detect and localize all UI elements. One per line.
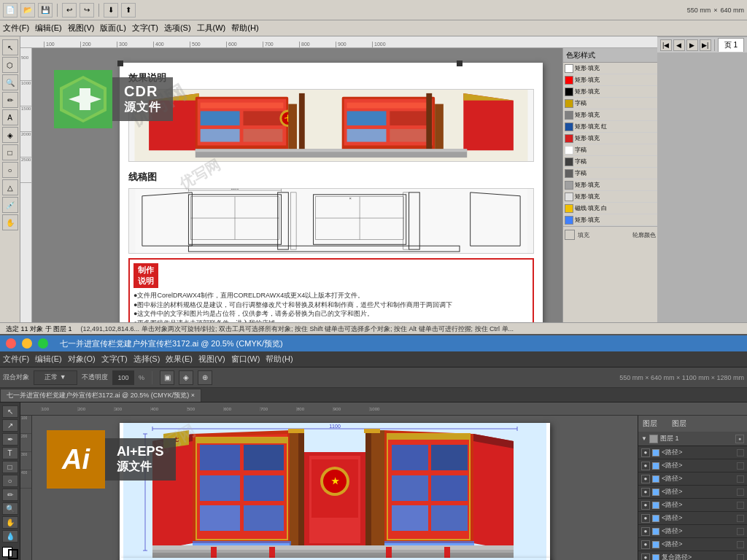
eyedrop-tool[interactable]: 💉 <box>2 197 18 213</box>
text-tool[interactable]: A <box>2 109 18 125</box>
close-button[interactable] <box>6 338 16 349</box>
layer-eye-5[interactable]: ● <box>641 501 650 510</box>
menu-options[interactable]: 选项(S) <box>164 23 191 34</box>
layer-visibility-eye[interactable]: ● <box>735 435 744 443</box>
page-tab-1[interactable]: 页 1 <box>718 38 744 52</box>
ai-doc-tab[interactable]: 七一并进宣传栏党建户外宣传栏3172.ai @ 20.5% (CMYK/预览) … <box>0 389 201 402</box>
poly-tool[interactable]: △ <box>2 179 18 195</box>
layer-lock-9[interactable] <box>737 554 744 561</box>
ai-menu-object[interactable]: 对象(O) <box>68 354 96 365</box>
ai-menu-window[interactable]: 窗口(W) <box>231 354 260 365</box>
first-page-btn[interactable]: |◀ <box>660 39 672 51</box>
ai-menu-help[interactable]: 帮助(H) <box>266 354 293 365</box>
menu-layout[interactable]: 版面(L) <box>100 23 125 34</box>
ai-menu-edit[interactable]: 编辑(E) <box>35 354 62 365</box>
layer-lock-5[interactable] <box>737 502 744 509</box>
ai-main-canvas[interactable]: Ai AI+EPS 源文件 优写网 <box>32 416 638 560</box>
layer-eye-6[interactable]: ● <box>641 514 650 523</box>
menu-text[interactable]: 文字(T) <box>132 23 158 34</box>
layer-item-4: ● <路径> <box>638 486 747 499</box>
ai-zoom-tool[interactable]: 🔍 <box>2 502 18 515</box>
zoom-tool[interactable]: 🔍 <box>2 74 18 90</box>
ai-menu-select[interactable]: 选择(S) <box>133 354 160 365</box>
ai-menubar: 文件(F) 编辑(E) 对象(O) 文字(T) 选择(S) 效果(E) 视图(V… <box>0 351 747 368</box>
svg-rect-106 <box>193 541 291 545</box>
layer-lock-2[interactable] <box>737 462 744 470</box>
opacity-input[interactable]: 100 <box>112 370 134 385</box>
tool-icon-1[interactable]: ▣ <box>160 370 174 385</box>
export-icon[interactable]: ⬆ <box>121 3 136 18</box>
layer-lock-8[interactable] <box>737 541 744 548</box>
layer-lock-7[interactable] <box>737 528 744 535</box>
swatch-row-13: 磁线·填充 白 <box>563 203 657 214</box>
swatch-row-14: 矩形·填充 <box>563 214 657 226</box>
swatch-white2 <box>565 146 573 155</box>
ai-brush-tool[interactable]: ✏ <box>2 489 18 501</box>
tool-icon-3[interactable]: ⊕ <box>198 370 212 385</box>
swatch-row-2: 矩形·填充 <box>563 74 657 86</box>
ai-select-tool[interactable]: ↖ <box>2 405 18 418</box>
menu-help[interactable]: 帮助(H) <box>231 23 258 34</box>
ai-hand-tool[interactable]: ✋ <box>2 516 18 529</box>
ai-menu-effect[interactable]: 效果(E) <box>166 354 193 365</box>
ai-ellipse-tool[interactable]: ○ <box>2 475 18 487</box>
blend-mode-select[interactable]: 正常 ▼ <box>34 370 77 385</box>
import-icon[interactable]: ⬇ <box>104 3 118 18</box>
minimize-button[interactable] <box>22 338 32 349</box>
tool-icon-2[interactable]: ◈ <box>179 370 193 385</box>
hand-tool[interactable]: ✋ <box>2 214 18 230</box>
cdr-label-text: CDR 源文件 <box>112 77 173 121</box>
swatch-label-3: 矩形·填充 <box>575 88 600 96</box>
ai-menu-file[interactable]: 文件(F) <box>3 354 29 365</box>
prev-page-btn[interactable]: ◀ <box>673 39 685 51</box>
doc-section-effect: 效果说明 <box>120 63 543 171</box>
layer-eye-2[interactable]: ● <box>641 462 650 470</box>
menu-tools[interactable]: 工具(W) <box>197 23 226 34</box>
next-page-btn[interactable]: ▶ <box>686 39 698 51</box>
undo-icon[interactable]: ↩ <box>62 3 77 18</box>
ai-pen-tool[interactable]: ✒ <box>2 433 18 446</box>
layer-eye-4[interactable]: ● <box>641 488 650 497</box>
menu-edit[interactable]: 编辑(E) <box>35 23 62 34</box>
layer-eye-3[interactable]: ● <box>641 475 650 483</box>
maximize-button[interactable] <box>38 338 48 349</box>
layers-tab[interactable]: 图层 <box>643 419 657 429</box>
cdr-icon <box>54 70 112 128</box>
layer-lock-6[interactable] <box>737 515 744 522</box>
swatch-label-14: 矩形·填充 <box>575 216 600 224</box>
svg-text:×: × <box>349 196 352 201</box>
layer-eye-1[interactable]: ● <box>641 448 650 457</box>
save-icon[interactable]: 💾 <box>38 3 53 18</box>
svg-rect-70 <box>244 475 284 501</box>
new-icon[interactable]: 📄 <box>3 3 18 18</box>
rect-tool[interactable]: □ <box>2 144 18 160</box>
ai-rect-tool[interactable]: □ <box>2 461 18 473</box>
ai-menu-text[interactable]: 文字(T) <box>101 354 128 365</box>
ellipse-tool[interactable]: ○ <box>2 162 18 178</box>
menu-view[interactable]: 视图(V) <box>68 23 95 34</box>
ai-eyedrop-tool[interactable]: 💧 <box>2 530 18 542</box>
page-divider <box>714 39 715 51</box>
freehand-tool[interactable]: ✏ <box>2 92 18 108</box>
top-menubar: 文件(F) 编辑(E) 视图(V) 版面(L) 文字(T) 选项(S) 工具(W… <box>0 20 747 36</box>
ai-menu-view[interactable]: 视图(V) <box>198 354 225 365</box>
opacity-label: 不透明度 <box>82 373 108 382</box>
open-icon[interactable]: 📂 <box>20 3 35 18</box>
layer-eye-8[interactable]: ● <box>641 540 650 549</box>
fill-tool[interactable]: ◈ <box>2 127 18 143</box>
select-tool[interactable]: ↖ <box>2 39 18 55</box>
layer-lock-4[interactable] <box>737 489 744 496</box>
last-page-btn[interactable]: ▶| <box>700 39 711 51</box>
redo-icon[interactable]: ↪ <box>80 3 94 18</box>
layer-lock-1[interactable] <box>737 449 744 456</box>
main-canvas[interactable]: CDR 源文件 优写网 优写网 效果说明 <box>32 48 562 335</box>
layer-eye-7[interactable]: ● <box>641 527 650 536</box>
layer-eye-9[interactable]: ● <box>641 553 650 561</box>
layer-lock-3[interactable] <box>737 475 744 483</box>
ai-direct-select[interactable]: ↗ <box>2 419 18 432</box>
ai-titlebar: 七一并进宣传栏党建户外宣传栏3172.ai @ 20.5% (CMYK/预览) <box>0 335 747 351</box>
layers-tab-2[interactable]: 图层 <box>672 419 686 429</box>
shape-tool[interactable]: ⬡ <box>2 57 18 73</box>
menu-file[interactable]: 文件(F) <box>3 23 29 34</box>
ai-text-tool[interactable]: T <box>2 447 18 459</box>
